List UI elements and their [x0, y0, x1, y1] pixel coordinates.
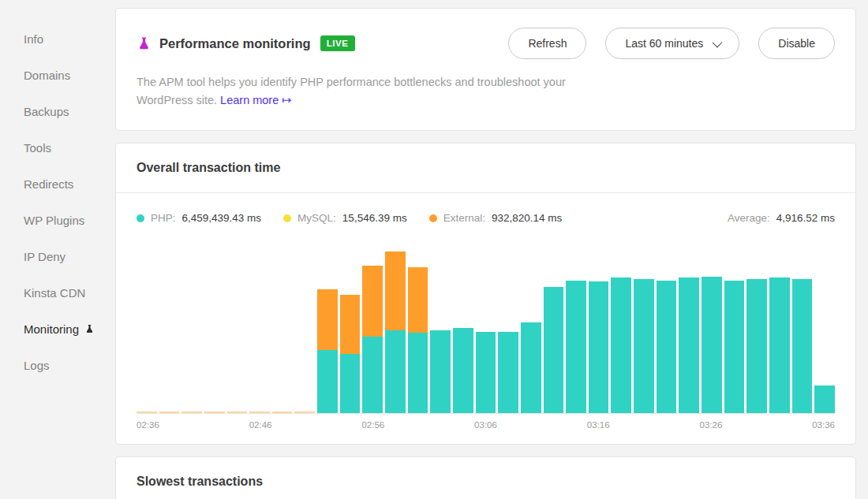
- legend-label: Average:: [728, 212, 770, 224]
- transaction-time-chart: 02:3602:4602:5603:0603:1603:2603:36: [137, 244, 835, 430]
- chart-bar[interactable]: [385, 251, 406, 413]
- sidebar-item-tools[interactable]: Tools: [0, 129, 115, 166]
- x-axis-label: 02:46: [249, 420, 272, 430]
- legend-item-php: PHP: 6,459,439.43 ms: [137, 212, 261, 224]
- legend-value: 15,546.39 ms: [342, 212, 407, 224]
- sidebar-item-label: Tools: [24, 141, 51, 155]
- chart-card-title: Overall transaction time: [116, 143, 855, 193]
- sidebar-item-info[interactable]: Info: [0, 20, 115, 57]
- chart-bar[interactable]: [544, 287, 564, 413]
- chart-bar[interactable]: [476, 332, 496, 413]
- sidebar-item-label: Redirects: [24, 177, 73, 191]
- sidebar-item-label: Domains: [24, 69, 70, 82]
- sidebar-item-domains[interactable]: Domains: [0, 57, 115, 93]
- sidebar-item-label: WP Plugins: [24, 214, 84, 227]
- sidebar-item-ip-deny[interactable]: IP Deny: [0, 238, 115, 274]
- chart-bar[interactable]: [227, 411, 248, 413]
- legend-value: 4,916.52 ms: [776, 212, 835, 224]
- chart-bars: [137, 244, 835, 414]
- sidebar-item-kinsta-cdn[interactable]: Kinsta CDN: [0, 274, 115, 311]
- legend-label: MySQL:: [297, 212, 336, 224]
- php-legend-dot: [137, 214, 144, 222]
- refresh-button[interactable]: Refresh: [508, 28, 586, 59]
- chart-bar[interactable]: [362, 266, 383, 413]
- chevron-down-icon: [713, 37, 723, 47]
- sidebar-item-logs[interactable]: Logs: [0, 347, 115, 383]
- chart-bar[interactable]: [453, 328, 473, 413]
- main-content: Performance monitoring LIVE Refresh Last…: [115, 0, 868, 499]
- external-legend-dot: [429, 214, 437, 222]
- chart-bar[interactable]: [589, 281, 609, 413]
- legend-label: PHP:: [151, 212, 176, 224]
- sidebar: Info Domains Backups Tools Redirects WP …: [0, 0, 115, 499]
- chart-bar[interactable]: [317, 289, 338, 413]
- chart-bar[interactable]: [679, 277, 699, 413]
- sidebar-item-redirects[interactable]: Redirects: [0, 166, 115, 202]
- arrow-right-icon: ↦: [282, 94, 291, 106]
- sidebar-item-label: Monitoring: [24, 322, 79, 336]
- legend-value: 6,459,439.43 ms: [182, 212, 262, 224]
- mysql-legend-dot: [283, 214, 291, 222]
- time-range-dropdown[interactable]: Last 60 minutes: [605, 28, 739, 59]
- chart-bar[interactable]: [657, 281, 677, 413]
- slowest-transactions-card: Slowest transactions: [115, 456, 856, 499]
- apm-description-text: The APM tool helps you identify PHP perf…: [137, 76, 566, 106]
- refresh-button-label: Refresh: [528, 37, 567, 50]
- legend-value: 932,820.14 ms: [492, 212, 562, 224]
- x-axis-label: 03:16: [587, 420, 610, 430]
- chart-x-labels: 02:3602:4602:5603:0603:1603:2603:36: [137, 414, 835, 430]
- chart-bar[interactable]: [294, 411, 315, 413]
- chart-bar[interactable]: [249, 411, 270, 413]
- x-axis-label: 03:26: [700, 420, 723, 430]
- disable-button[interactable]: Disable: [758, 28, 835, 59]
- chart-bar[interactable]: [137, 411, 157, 413]
- chart-bar[interactable]: [204, 411, 225, 413]
- chart-bar[interactable]: [566, 281, 586, 413]
- chart-bar[interactable]: [521, 322, 541, 413]
- slowest-transactions-title: Slowest transactions: [137, 475, 263, 488]
- chart-bar[interactable]: [814, 385, 835, 413]
- sidebar-item-label: Kinsta CDN: [24, 286, 85, 300]
- apm-description: The APM tool helps you identify PHP perf…: [137, 73, 604, 110]
- legend-average: Average: 4,916.52 ms: [728, 212, 835, 224]
- legend-item-mysql: MySQL: 15,546.39 ms: [283, 212, 407, 224]
- chart-bar[interactable]: [408, 267, 428, 413]
- flask-icon: [84, 324, 95, 334]
- x-axis-label: 02:56: [361, 420, 384, 430]
- chart-bar[interactable]: [272, 411, 293, 413]
- sidebar-item-wp-plugins[interactable]: WP Plugins: [0, 202, 115, 238]
- x-axis-label: 03:36: [812, 420, 835, 430]
- chart-bar[interactable]: [181, 411, 202, 413]
- sidebar-item-label: Backups: [24, 105, 69, 118]
- time-range-label: Last 60 minutes: [625, 37, 703, 50]
- apm-header-card: Performance monitoring LIVE Refresh Last…: [115, 8, 856, 131]
- chart-bar[interactable]: [702, 277, 722, 413]
- chart-bar[interactable]: [769, 277, 790, 413]
- chart-bar[interactable]: [792, 279, 813, 413]
- sidebar-item-backups[interactable]: Backups: [0, 93, 115, 129]
- chart-bar[interactable]: [724, 281, 745, 413]
- chart-bar[interactable]: [498, 332, 518, 413]
- legend-item-external: External: 932,820.14 ms: [429, 212, 563, 224]
- live-badge: LIVE: [320, 35, 355, 51]
- chart-bar[interactable]: [340, 295, 361, 413]
- disable-button-label: Disable: [778, 37, 815, 50]
- legend-label: External:: [443, 212, 485, 224]
- learn-more-link[interactable]: Learn more: [220, 94, 279, 106]
- flask-icon: [137, 36, 152, 51]
- sidebar-item-monitoring[interactable]: Monitoring: [0, 311, 115, 347]
- chart-bar[interactable]: [159, 411, 180, 413]
- sidebar-item-label: IP Deny: [24, 250, 65, 263]
- page-title: Performance monitoring: [159, 36, 311, 51]
- x-axis-label: 02:36: [137, 420, 159, 430]
- chart-bar[interactable]: [634, 279, 654, 413]
- chart-bar[interactable]: [611, 277, 631, 413]
- chart-bar[interactable]: [746, 279, 767, 413]
- x-axis-label: 03:06: [474, 420, 497, 430]
- transaction-time-card: Overall transaction time PHP: 6,459,439.…: [115, 143, 856, 445]
- chart-legend: PHP: 6,459,439.43 ms MySQL: 15,546.39 ms…: [137, 212, 835, 224]
- chart-bar[interactable]: [430, 330, 451, 413]
- sidebar-item-label: Logs: [24, 359, 50, 372]
- sidebar-item-label: Info: [24, 32, 43, 46]
